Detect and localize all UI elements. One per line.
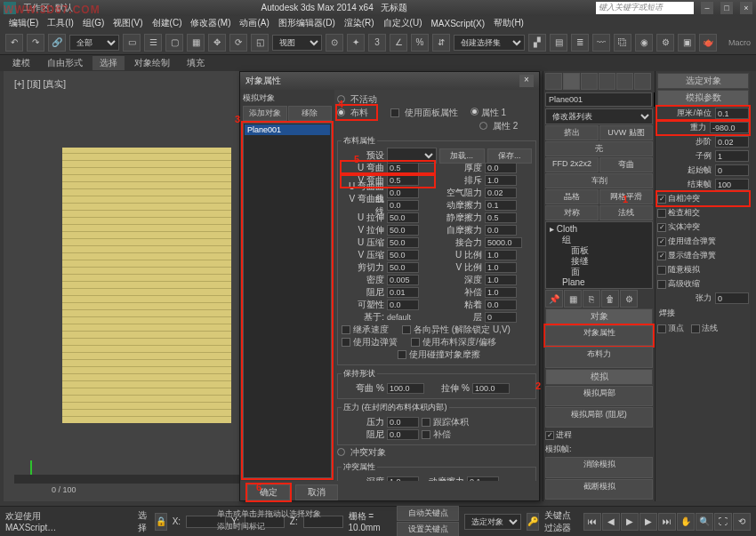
- pressdamp-spinner[interactable]: 0.0: [387, 429, 419, 440]
- cdepth-spinner[interactable]: 1.0: [387, 476, 419, 481]
- next-frame-icon[interactable]: ▶: [639, 513, 657, 531]
- plane-object[interactable]: [62, 148, 231, 423]
- sim-local-damp-button[interactable]: 模拟局部 (阻尼): [545, 407, 653, 428]
- vbend-spinner[interactable]: 0.5: [387, 175, 419, 186]
- airres-spinner[interactable]: 0.02: [485, 188, 517, 198]
- advcomp-checkbox[interactable]: [657, 280, 666, 289]
- simparam-rollout[interactable]: 模拟参数: [657, 90, 749, 106]
- play-icon[interactable]: ▶: [621, 513, 639, 531]
- spinner-snap-icon[interactable]: ⇵: [432, 34, 450, 52]
- cloth-forces-button[interactable]: 布料力: [545, 347, 653, 367]
- prop2-radio[interactable]: [479, 122, 487, 130]
- link-icon[interactable]: 🔗: [48, 34, 66, 52]
- viewport-label[interactable]: [+] [顶] [真实]: [14, 78, 66, 91]
- meshsmooth-button[interactable]: 网格平滑: [599, 189, 653, 204]
- usecol-checkbox[interactable]: [398, 350, 406, 359]
- ffd-button[interactable]: FFD 2x2x2: [545, 157, 599, 172]
- ubcurve-spinner[interactable]: 0.0: [387, 188, 419, 198]
- material-icon[interactable]: ◉: [635, 34, 653, 52]
- bend-button[interactable]: 弯曲: [599, 157, 653, 172]
- ubend-spinner[interactable]: 0.5: [387, 163, 419, 173]
- modifier-stack[interactable]: ▸ Cloth 组 面板 接缝 面 Plane: [545, 221, 653, 289]
- object-list[interactable]: Plane001: [243, 123, 332, 478]
- modify-tab-icon[interactable]: [563, 73, 580, 90]
- select-name-icon[interactable]: ☰: [144, 34, 162, 52]
- zoom-extents-icon[interactable]: ⛶: [714, 513, 732, 531]
- offset-spinner[interactable]: 1.0: [485, 287, 517, 298]
- close-button[interactable]: ×: [740, 2, 752, 14]
- inheritvel-checkbox[interactable]: [342, 325, 350, 334]
- adhes-spinner[interactable]: 0.0: [485, 300, 517, 310]
- vcomp-spinner[interactable]: 50.0: [387, 250, 419, 260]
- rect-select-icon[interactable]: ▢: [165, 34, 183, 52]
- selection-filter[interactable]: 全部: [69, 35, 119, 51]
- dynfr2-spinner[interactable]: 0.1: [467, 476, 499, 481]
- lathe-button[interactable]: 车削: [545, 173, 653, 188]
- repul-spinner[interactable]: 1.0: [485, 175, 517, 186]
- setkey-button[interactable]: 设置关键点: [397, 522, 459, 536]
- pressure-spinner[interactable]: 0.0: [387, 417, 419, 428]
- colobj-radio[interactable]: [337, 448, 345, 456]
- remove-button[interactable]: 移除: [288, 106, 333, 121]
- uvw-button[interactable]: UVW 贴图: [599, 125, 653, 140]
- cmunit-spinner[interactable]: 0.1: [715, 108, 749, 119]
- redo-icon[interactable]: ↷: [27, 34, 44, 52]
- orbit-icon[interactable]: ⟲: [733, 513, 751, 531]
- addtime-text[interactable]: 添加时间标记: [217, 521, 265, 532]
- move-icon[interactable]: ✥: [208, 34, 226, 52]
- remove-mod-icon[interactable]: 🗑: [601, 290, 619, 308]
- layers-icon[interactable]: ≣: [571, 34, 589, 52]
- checkinter-checkbox[interactable]: [657, 209, 666, 218]
- thick-spinner[interactable]: 0.0: [485, 163, 517, 173]
- utility-tab-icon[interactable]: [634, 73, 651, 90]
- dialog-close-button[interactable]: ×: [519, 75, 534, 87]
- menu-animation[interactable]: 动画(A): [236, 17, 272, 29]
- prev-frame-icon[interactable]: ◀: [602, 513, 620, 531]
- curve-editor-icon[interactable]: 〰: [592, 34, 610, 52]
- load-button[interactable]: 加载...: [439, 148, 485, 164]
- goto-end-icon[interactable]: ⏭: [658, 513, 676, 531]
- dynfric-spinner[interactable]: 0.1: [485, 200, 517, 211]
- menu-group[interactable]: 组(G): [79, 17, 108, 29]
- keymode-dropdown[interactable]: 选定对象: [464, 514, 521, 530]
- weldvert-checkbox[interactable]: [657, 324, 666, 333]
- vbcurve-spinner[interactable]: 0.0: [387, 200, 419, 211]
- useclothfric-checkbox[interactable]: [411, 338, 420, 347]
- align-icon[interactable]: ▤: [550, 34, 567, 52]
- list-item[interactable]: Plane001: [245, 124, 330, 135]
- density-spinner[interactable]: 0.005: [387, 275, 419, 285]
- select-icon[interactable]: ▭: [123, 34, 141, 52]
- spline-button[interactable]: 法线: [599, 205, 653, 220]
- rotate-icon[interactable]: ⟳: [229, 34, 247, 52]
- vscale-spinner[interactable]: 1.0: [485, 262, 517, 273]
- tab-populate[interactable]: 填充: [180, 56, 212, 70]
- trackvol-checkbox[interactable]: [422, 418, 430, 427]
- tension-spinner[interactable]: 0: [715, 292, 749, 304]
- menu-tools[interactable]: 工具(I): [44, 17, 76, 29]
- minimize-button[interactable]: –: [701, 2, 713, 14]
- ucomp-spinner[interactable]: 50.0: [387, 237, 419, 248]
- symmetry-button[interactable]: 对称: [545, 205, 599, 220]
- render-icon[interactable]: 🫖: [699, 34, 717, 52]
- render-frame-icon[interactable]: ▣: [678, 34, 696, 52]
- display-tab-icon[interactable]: [616, 73, 633, 90]
- uscale-spinner[interactable]: 1.0: [485, 250, 517, 260]
- menu-maxscript[interactable]: MAXScript(X): [428, 19, 489, 28]
- autokey-button[interactable]: 自动关键点: [397, 506, 459, 521]
- selobj-rollout[interactable]: 选定对象: [657, 73, 749, 89]
- object-rollout-header[interactable]: 对象: [545, 308, 653, 324]
- create-tab-icon[interactable]: [545, 73, 562, 90]
- zoom-icon[interactable]: 🔍: [696, 513, 713, 531]
- endframe-spinner[interactable]: 100: [715, 179, 749, 190]
- step-spinner[interactable]: 0.02: [715, 136, 749, 148]
- depth-spinner[interactable]: 1.0: [485, 275, 517, 285]
- make-unique-icon[interactable]: ⎘: [583, 290, 600, 308]
- shear-spinner[interactable]: 50.0: [387, 262, 419, 273]
- schematic-icon[interactable]: ⿻: [614, 34, 631, 52]
- render-setup-icon[interactable]: ⚙: [656, 34, 674, 52]
- keyfilters-button[interactable]: 关键点过滤器: [544, 509, 578, 534]
- undo-icon[interactable]: ↶: [5, 34, 23, 52]
- motion-tab-icon[interactable]: [599, 73, 615, 90]
- manip-icon[interactable]: ✦: [347, 34, 365, 52]
- aniso-checkbox[interactable]: [402, 325, 411, 334]
